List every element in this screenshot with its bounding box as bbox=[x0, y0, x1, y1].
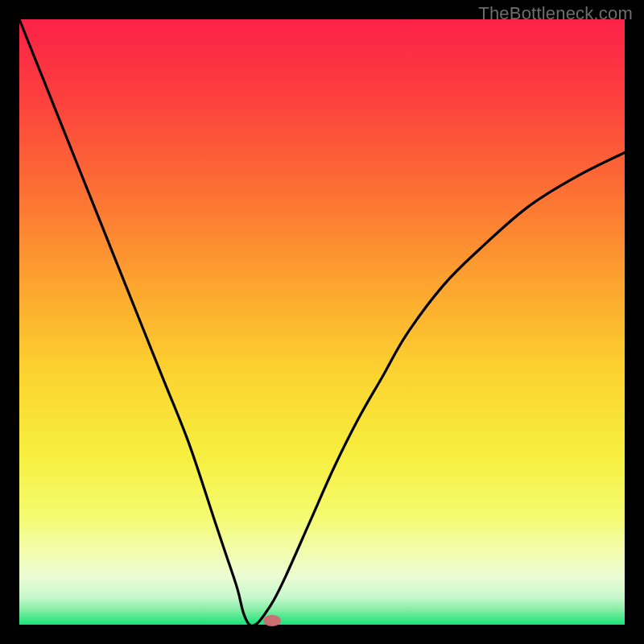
chart-frame bbox=[19, 19, 625, 625]
watermark-text: TheBottleneck.com bbox=[478, 3, 633, 24]
gradient-background bbox=[19, 19, 625, 625]
bottleneck-plot bbox=[19, 19, 625, 625]
optimum-marker bbox=[263, 615, 281, 626]
